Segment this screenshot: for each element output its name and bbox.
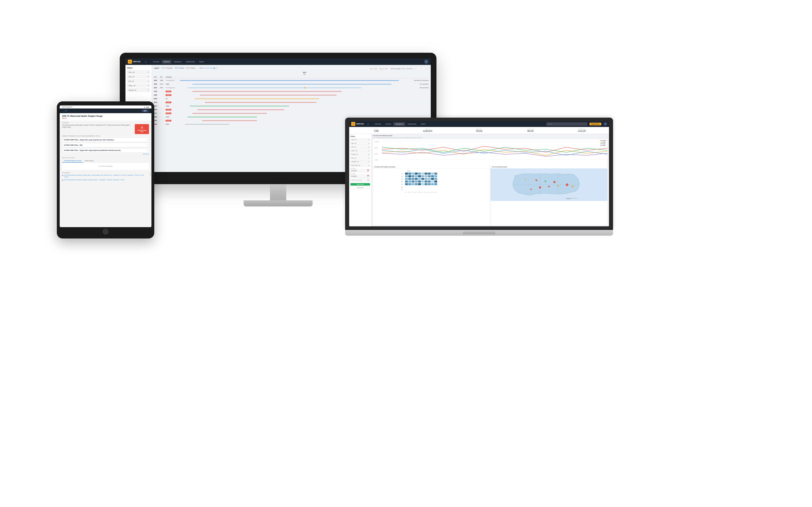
status-select[interactable]: Status - All ▾ xyxy=(127,84,150,87)
laptop-nav-dashboards[interactable]: Dashboards xyxy=(406,122,418,126)
laptop-nav-symptoms[interactable]: Symptoms xyxy=(393,122,405,126)
laptop-apply-filter-btn[interactable]: Apply Filters xyxy=(590,123,601,125)
svg-rect-37 xyxy=(408,178,411,180)
monitor-nav: Chronics Defects Symptoms Dashboards Adm… xyxy=(151,60,421,63)
fleet-select[interactable]: Fleet - All ▾ xyxy=(127,70,150,74)
prev-page-btn[interactable]: ⟨ xyxy=(417,67,421,70)
laptop-category-select[interactable]: Category - All▾ xyxy=(350,160,370,163)
troubleshoot-button[interactable]: ⚠ Troubleshoot This xyxy=(135,124,149,134)
svg-rect-27 xyxy=(408,175,411,177)
nav-defects[interactable]: Defects xyxy=(162,60,171,63)
record-nav-next[interactable]: › xyxy=(149,110,149,112)
nav-chronics[interactable]: Chronics xyxy=(151,60,162,63)
svg-text:DAL: DAL xyxy=(415,192,417,193)
table-row[interactable]: 8138 Active xyxy=(154,101,429,104)
table-row[interactable]: 0668 Active xyxy=(154,93,429,97)
svg-text:DEN: DEN xyxy=(418,192,420,193)
svg-rect-31 xyxy=(421,175,424,177)
start-date-input[interactable]: 5/13/2023 📅 xyxy=(350,169,370,172)
tab-troubleshooting[interactable]: Troubleshooting Sessions xyxy=(62,159,83,163)
solution-item-3[interactable]: HI PWR COMP STALL - Engine after surge i… xyxy=(62,148,149,153)
svg-rect-63 xyxy=(428,183,431,185)
autotag-select[interactable]: Autotag - All ▾ xyxy=(127,89,150,92)
tablet-app: 5:00 Thu Apr 27 ▲ ▬▬ ‹ ← 497 xyxy=(60,105,151,227)
see-more-link[interactable]: See More xyxy=(62,153,149,155)
document-1-link[interactable]: Aircraft Maintenance Manual, Engine Afte… xyxy=(64,174,149,178)
tablet-time: 5:00 Thu Apr 27 xyxy=(62,106,72,108)
table-row[interactable]: 3834 6714 Cabin 6714-0336 RAM 1 xyxy=(154,82,429,86)
clear-filters-btn[interactable]: Clear Filters xyxy=(350,186,370,189)
stat-defect-count: Defect Count 484,437 xyxy=(505,128,556,132)
svg-rect-42 xyxy=(425,178,427,180)
table-row[interactable]: 8127 Active xyxy=(154,112,429,115)
laptop-home-icon[interactable]: ⌂ xyxy=(366,122,370,126)
keyword-input[interactable]: Search by Keyword 🔍 xyxy=(350,179,370,181)
laptop-defect-type-select[interactable]: Defect Type - All▾ xyxy=(350,164,370,167)
veryon-logo-icon: V xyxy=(128,60,132,64)
nav-admin[interactable]: Admin xyxy=(197,60,206,63)
svg-text:50%: 50% xyxy=(374,153,378,155)
table-row[interactable]: 3013 Cabin xyxy=(154,104,429,108)
solution-2-arrow: › xyxy=(147,144,147,146)
last-page-btn[interactable]: ⟩⟩ xyxy=(425,67,429,70)
stat-tail-value: 7,959 xyxy=(352,130,401,132)
tails-select[interactable]: Tails - All ▾ xyxy=(127,75,150,78)
tablet-tabs: Troubleshooting Sessions Defect History xyxy=(62,159,149,163)
svg-rect-64 xyxy=(431,183,434,185)
tablet-home-button[interactable] xyxy=(103,229,108,234)
nav-symptoms[interactable]: Symptoms xyxy=(172,60,184,63)
next-page-btn[interactable]: ⟩ xyxy=(421,67,425,70)
table-row[interactable]: 3831 6714 Uncategorized 5028-0142 RAM 2 xyxy=(154,86,429,90)
apply-filters-btn[interactable]: Apply Filters xyxy=(350,183,370,185)
laptop-user-avatar[interactable]: 👤 xyxy=(604,122,607,125)
end-date-filter: End Date 8/13/2023 📅 xyxy=(350,173,370,178)
ata-select[interactable]: ATA - All ▾ xyxy=(127,79,150,83)
table-row[interactable]: 0230 3354 Uncategorized 3354-0850 6714-0… xyxy=(154,79,429,82)
laptop-nav-defects[interactable]: Defects xyxy=(384,122,393,126)
legend-line-verified xyxy=(174,68,179,68)
svg-point-80 xyxy=(530,188,531,190)
solution-item-1[interactable]: HI PWR COMP STALL - Engine after surge i… xyxy=(62,137,149,142)
laptop-ata-filter: ATA - All▾ xyxy=(350,146,370,149)
zoom-3m[interactable]: 3M xyxy=(210,67,212,69)
table-row[interactable]: 9354 Kd xyxy=(154,97,429,101)
laptop-search-input[interactable]: Search xyxy=(547,122,587,125)
laptop-veryon-logo: V VERYON xyxy=(351,122,364,126)
zoom-1y[interactable]: 1Y xyxy=(216,67,218,69)
laptop-ata-select[interactable]: ATA - All▾ xyxy=(350,146,370,149)
svg-point-86 xyxy=(536,179,537,181)
first-page-btn[interactable]: ⟨⟨ xyxy=(413,67,416,70)
doc-2-icon: ■ xyxy=(62,179,63,181)
nav-dashboards[interactable]: Dashboards xyxy=(184,60,197,63)
laptop-fleet-select[interactable]: Fleet - All▾ xyxy=(350,138,370,141)
laptop-tails-select[interactable]: Tails - All▾ xyxy=(350,142,370,145)
solution-item-2[interactable]: HI PWR COMP STALL - EEC › xyxy=(62,143,149,148)
map-panel: Time Annotated by Station xyxy=(491,166,607,225)
svg-text:25%: 25% xyxy=(374,159,378,161)
tab-defect-history[interactable]: Defect History xyxy=(83,159,95,163)
end-date-input[interactable]: 8/13/2023 📅 xyxy=(350,175,370,178)
laptop-autotag-select[interactable]: Autotag - All▾ xyxy=(350,153,370,156)
date-range[interactable]: Apr 1, 2023 → Apr 12, 2023 xyxy=(369,67,389,70)
laptop-nav-admin[interactable]: Admin xyxy=(419,122,427,126)
user-avatar[interactable]: 👤 xyxy=(424,60,428,64)
document-2-link[interactable]: Aircraft Maintenance Manual, Engine Ligh… xyxy=(64,179,124,181)
zoom-1m[interactable]: 1M xyxy=(207,67,209,69)
back-button[interactable]: ‹ ← 497 xyxy=(62,110,67,112)
legend-unverified: Unverified xyxy=(161,67,172,69)
laptop-nav-chronics[interactable]: Chronics xyxy=(373,122,383,126)
keyword-filter: Search by Keyword 🔍 xyxy=(350,179,370,181)
svg-rect-55 xyxy=(435,180,437,182)
laptop-trackpad[interactable] xyxy=(463,232,495,234)
record-nav-prev[interactable]: ‹ xyxy=(141,110,141,112)
zoom-1w[interactable]: 1W xyxy=(204,67,206,69)
zoom-ytd[interactable]: YTD xyxy=(212,67,215,69)
home-icon[interactable]: ⌂ xyxy=(144,60,148,64)
table-row[interactable]: 3028 Active xyxy=(154,90,429,93)
laptop-status-select[interactable]: Status - All▾ xyxy=(350,150,370,152)
laptop-risk-select[interactable]: Risk - All▾ xyxy=(350,157,370,159)
stat-other: Something Else 1,211,167 xyxy=(556,128,607,132)
ata-filter: ATA - All ▾ xyxy=(127,79,150,83)
svg-rect-52 xyxy=(425,180,427,182)
table-row[interactable]: 6823 Active xyxy=(154,108,429,112)
